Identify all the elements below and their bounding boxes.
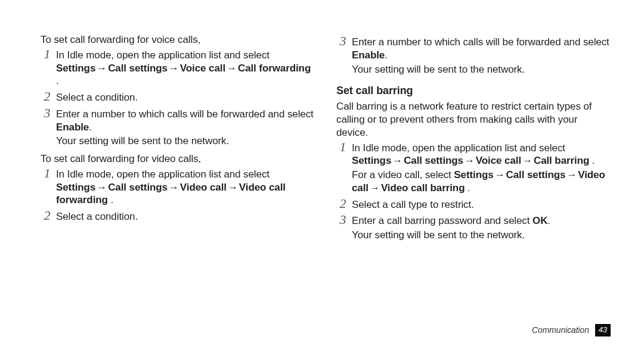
call-barring-steps: 1 In Idle mode, open the application lis… xyxy=(336,142,611,242)
voice-step-1: 1 In Idle mode, open the application lis… xyxy=(41,49,315,88)
step-text: Enter a number to which calls will be fo… xyxy=(56,108,314,120)
barring-step-1: 1 In Idle mode, open the application lis… xyxy=(336,142,611,195)
step-text: Select a condition. xyxy=(56,92,138,103)
section-label: Communication xyxy=(532,325,589,335)
step-number: 1 xyxy=(336,139,349,155)
manual-page: To set call forwarding for voice calls, … xyxy=(0,0,644,349)
step-text: Enter a number to which calls will be fo… xyxy=(352,36,609,48)
step-number: 2 xyxy=(41,88,54,105)
voice-fwd-intro: To set call forwarding for voice calls, xyxy=(41,33,315,46)
voice-step-2: 2 Select a condition. xyxy=(41,91,315,104)
step-result: Your setting will be sent to the network… xyxy=(352,63,611,76)
left-column: To set call forwarding for voice calls, … xyxy=(41,33,315,322)
call-barring-heading: Set call barring xyxy=(336,84,611,98)
menu-path: Settings→Call settings→Voice call→Call f… xyxy=(56,63,311,74)
step-number: 2 xyxy=(41,207,54,224)
menu-path: Settings→Call settings→Video call→Video … xyxy=(56,182,286,206)
step-text: Enter a call barring password and select xyxy=(352,215,532,226)
right-column: 3 Enter a number to which calls will be … xyxy=(336,33,611,322)
barring-step-2: 2 Select a call type to restrict. xyxy=(336,198,611,211)
barring-step-3: 3 Enter a call barring password and sele… xyxy=(336,214,611,242)
step-text: In Idle mode, open the application list … xyxy=(56,49,270,61)
page-footer: Communication 43 xyxy=(532,325,611,337)
step-number: 3 xyxy=(336,211,349,228)
step-number: 2 xyxy=(336,195,349,212)
video-step-3: 3 Enter a number to which calls will be … xyxy=(336,36,611,76)
step-text: In Idle mode, open the application list … xyxy=(352,142,565,154)
page-number: 43 xyxy=(595,324,611,336)
call-barring-intro: Call barring is a network feature to res… xyxy=(336,100,611,139)
enable-label: Enable xyxy=(56,121,89,133)
step-text: In Idle mode, open the application list … xyxy=(56,169,270,180)
menu-path: Settings→Call settings→Voice call→Call b… xyxy=(352,155,592,166)
video-fwd-steps-cont: 3 Enter a number to which calls will be … xyxy=(336,36,611,76)
step-number: 1 xyxy=(41,46,54,63)
step-number: 1 xyxy=(41,165,54,182)
video-fwd-steps: 1 In Idle mode, open the application lis… xyxy=(41,168,315,223)
step-result: Your setting will be sent to the network… xyxy=(56,135,315,148)
step-number: 3 xyxy=(41,105,54,121)
step-text: Select a condition. xyxy=(56,211,138,222)
voice-step-3: 3 Enter a number to which calls will be … xyxy=(41,108,315,148)
step-result: Your setting will be sent to the network… xyxy=(352,229,611,242)
enable-label: Enable xyxy=(352,49,385,61)
video-step-2: 2 Select a condition. xyxy=(41,210,315,223)
voice-fwd-steps: 1 In Idle mode, open the application lis… xyxy=(41,49,315,148)
step-number: 3 xyxy=(336,33,349,49)
video-step-1: 1 In Idle mode, open the application lis… xyxy=(41,168,315,207)
video-alt: For a video call, select Settings→Call s… xyxy=(352,169,611,195)
ok-label: OK xyxy=(532,215,547,226)
step-text: Select a call type to restrict. xyxy=(352,199,474,210)
video-fwd-intro: To set call forwarding for video calls, xyxy=(41,152,315,166)
